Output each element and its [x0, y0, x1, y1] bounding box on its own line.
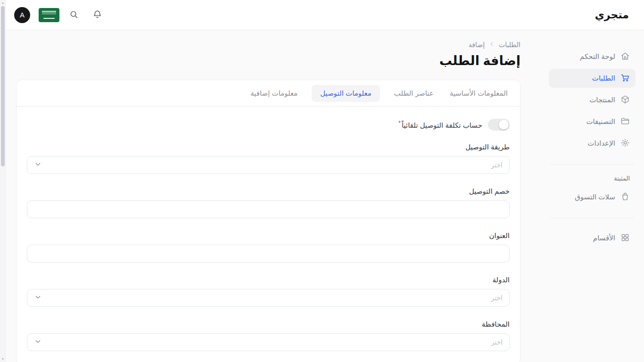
- search-icon: [69, 9, 79, 21]
- sidebar-item-products[interactable]: المنتجات: [549, 90, 636, 109]
- topbar: متجري A: [0, 0, 644, 30]
- pinned-section-title: المثبتة: [549, 175, 636, 182]
- sidebar-item-label: المنتجات: [589, 96, 615, 104]
- tab-delivery-info[interactable]: معلومات التوصيل: [312, 85, 380, 102]
- delivery-discount-label: خصم التوصيل: [27, 187, 510, 196]
- app-title: متجري: [595, 9, 629, 21]
- field-address: العنوان: [27, 231, 510, 263]
- scrollbar-up-arrow[interactable]: ▲: [0, 0, 6, 5]
- sidebar-item-label: لوحة التحكم: [580, 52, 615, 61]
- sidebar-item-sections[interactable]: الأقسام: [549, 229, 636, 247]
- sidebar-item-orders[interactable]: الطلبات: [549, 69, 636, 88]
- breadcrumb: الطلبات إضافة: [16, 41, 520, 49]
- sidebar-item-label: الإعدادات: [587, 139, 615, 148]
- delivery-method-select[interactable]: اختر: [27, 156, 510, 174]
- main-content: الطلبات إضافة إضافة الطلب المعلومات الأس…: [0, 30, 544, 362]
- address-input[interactable]: [27, 245, 510, 263]
- chevron-left-icon: [488, 41, 495, 49]
- avatar-initial: A: [20, 11, 25, 19]
- governorate-select[interactable]: اختر: [27, 333, 510, 351]
- sidebar-item-label: سلات التسوق: [575, 193, 615, 201]
- topbar-actions: A: [14, 7, 103, 23]
- required-asterisk: *: [398, 120, 401, 126]
- sidebar-pinned-nav: سلات التسوق: [549, 188, 636, 206]
- avatar[interactable]: A: [14, 7, 30, 23]
- field-country: الدولةاختر: [27, 276, 510, 307]
- search-button[interactable]: [68, 9, 79, 21]
- tab-basic-info[interactable]: المعلومات الأساسية: [448, 85, 510, 102]
- chevron-down-icon: [34, 160, 42, 170]
- saudi-flag-icon[interactable]: [39, 8, 59, 22]
- toggle-knob: [499, 120, 509, 130]
- sidebar-main-nav: لوحة التحكمالطلباتالمنتجاتالتصنيفاتالإعد…: [549, 47, 636, 153]
- toggle-label: حساب تكلفة التوصيل تلقائياً*: [398, 120, 482, 130]
- tab-extra-info[interactable]: معلومات إضافية: [248, 85, 299, 102]
- delivery-method-label: طريقة التوصيل: [27, 143, 510, 151]
- sidebar-item-shopping-carts[interactable]: سلات التسوق: [549, 188, 636, 206]
- address-label: العنوان: [27, 231, 510, 240]
- breadcrumb-parent[interactable]: الطلبات: [499, 41, 520, 49]
- form-card: المعلومات الأساسيةعناصر الطلبمعلومات الت…: [16, 80, 520, 362]
- grid-icon: [620, 233, 630, 244]
- country-select[interactable]: اختر: [27, 289, 510, 307]
- delivery-form: حساب تكلفة التوصيل تلقائياً* طريقة التوص…: [17, 107, 520, 351]
- scrollbar-down-arrow[interactable]: ▼: [0, 357, 6, 362]
- sidebar-item-label: الطلبات: [592, 74, 615, 82]
- chevron-down-icon: [34, 293, 42, 303]
- page-title: إضافة الطلب: [16, 53, 520, 68]
- bag-icon: [620, 192, 630, 203]
- scrollbar-thumb[interactable]: [1, 6, 5, 166]
- select-placeholder: اختر: [491, 294, 503, 302]
- sidebar-extra-nav: الأقسام: [549, 229, 636, 247]
- field-delivery-method: طريقة التوصيلاختر: [27, 143, 510, 174]
- sidebar-divider: [551, 164, 634, 165]
- tab-order-items[interactable]: عناصر الطلب: [392, 85, 436, 102]
- scrollbar[interactable]: ▲ ▼: [0, 0, 6, 362]
- gear-icon: [620, 138, 630, 149]
- folder-icon: [620, 116, 630, 127]
- auto-delivery-cost-row: حساب تكلفة التوصيل تلقائياً*: [27, 119, 510, 131]
- breadcrumb-current: إضافة: [469, 41, 485, 49]
- tab-bar: المعلومات الأساسيةعناصر الطلبمعلومات الت…: [17, 80, 520, 107]
- package-icon: [620, 95, 630, 106]
- home-icon: [620, 51, 630, 62]
- sidebar-item-label: الأقسام: [593, 234, 615, 242]
- sidebar-item-label: التصنيفات: [586, 117, 615, 126]
- field-governorate: المحافظةاختر: [27, 320, 510, 351]
- form-fields: طريقة التوصيلاخترخصم التوصيلالعنوانالدول…: [27, 143, 510, 351]
- chevron-down-icon: [34, 337, 42, 347]
- sidebar: لوحة التحكمالطلباتالمنتجاتالتصنيفاتالإعد…: [544, 30, 644, 362]
- auto-delivery-cost-toggle[interactable]: [488, 119, 510, 131]
- notifications-button[interactable]: [91, 9, 103, 21]
- flag-sword-decoration: [43, 18, 55, 19]
- governorate-label: المحافظة: [27, 320, 510, 329]
- country-label: الدولة: [27, 276, 510, 284]
- cart-icon: [620, 73, 630, 84]
- sidebar-divider: [551, 218, 634, 218]
- select-placeholder: اختر: [491, 338, 503, 346]
- delivery-discount-input[interactable]: [27, 200, 510, 218]
- sidebar-item-settings[interactable]: الإعدادات: [549, 134, 636, 153]
- bell-icon: [92, 9, 102, 21]
- sidebar-item-categories[interactable]: التصنيفات: [549, 112, 636, 131]
- sidebar-item-dashboard[interactable]: لوحة التحكم: [549, 47, 636, 66]
- select-placeholder: اختر: [491, 161, 503, 169]
- flag-script-decoration: [42, 11, 56, 15]
- field-delivery-discount: خصم التوصيل: [27, 187, 510, 218]
